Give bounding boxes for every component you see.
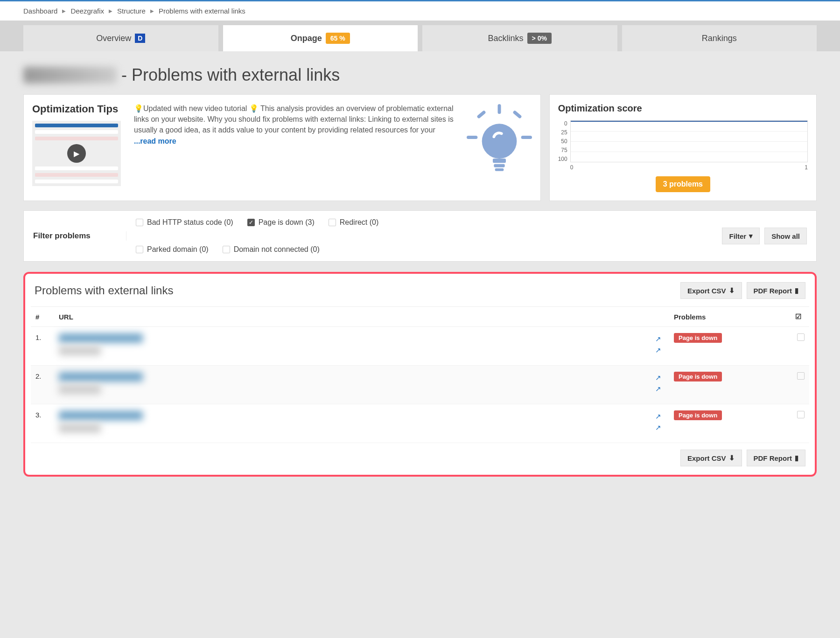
external-link-icon[interactable]: ↗ <box>655 412 661 420</box>
chevron-right-icon: ▶ <box>150 8 154 14</box>
row-number: 2. <box>31 366 54 404</box>
export-csv-button[interactable]: Export CSV ⬇ <box>680 282 742 299</box>
pdf-report-button[interactable]: PDF Report ▮ <box>747 282 806 299</box>
page-title: - Problems with external links <box>23 65 817 85</box>
show-all-button[interactable]: Show all <box>764 228 807 244</box>
table-row: 1.↗↗Page is down <box>31 327 809 366</box>
filter-option-parked[interactable]: Parked domain (0) <box>136 245 209 254</box>
row-checkbox[interactable] <box>791 366 809 404</box>
row-links[interactable]: ↗↗ <box>651 327 669 366</box>
filter-option-page-down[interactable]: ✓Page is down (3) <box>247 218 315 227</box>
breadcrumb-item[interactable]: Deezgrafix <box>70 7 104 15</box>
tips-heading: Optimization Tips <box>32 103 126 115</box>
d-badge-icon: D <box>135 34 145 43</box>
breadcrumb-item[interactable]: Structure <box>117 7 146 15</box>
row-url[interactable] <box>54 366 651 404</box>
filter-card: Filter problems Bad HTTP status code (0)… <box>23 210 817 262</box>
tabs: Overview D Onpage 65 % Backlinks > 0% Ra… <box>0 21 840 51</box>
lightbulb-large-icon <box>467 103 532 192</box>
video-thumbnail[interactable]: ▶ <box>32 121 121 186</box>
chart-line <box>571 121 807 122</box>
redacted-domain <box>23 67 117 83</box>
breadcrumb: Dashboard▶ Deezgrafix▶ Structure▶ Proble… <box>0 1 840 21</box>
export-csv-button[interactable]: Export CSV ⬇ <box>680 450 742 466</box>
table-row: 2.↗↗Page is down <box>31 366 809 404</box>
svg-rect-0 <box>497 104 501 114</box>
row-links[interactable]: ↗↗ <box>651 366 669 404</box>
percent-badge: 65 % <box>326 33 350 44</box>
filter-option-redirect[interactable]: Redirect (0) <box>329 218 379 227</box>
col-number[interactable]: # <box>31 307 54 327</box>
percent-badge: > 0% <box>527 33 552 44</box>
external-link-icon[interactable]: ↗ <box>655 346 661 354</box>
row-problem: Page is down <box>669 404 791 443</box>
score-heading: Optimization score <box>558 103 808 114</box>
file-icon: ▮ <box>795 286 798 295</box>
breadcrumb-item[interactable]: Dashboard <box>23 7 57 15</box>
tab-onpage[interactable]: Onpage 65 % <box>223 25 418 51</box>
download-icon: ⬇ <box>729 286 735 295</box>
svg-rect-6 <box>493 159 506 163</box>
problem-badge: Page is down <box>674 333 722 343</box>
tab-backlinks[interactable]: Backlinks > 0% <box>422 25 617 51</box>
chevron-right-icon: ▶ <box>62 8 66 14</box>
row-number: 3. <box>31 404 54 443</box>
checkbox-icon <box>136 246 143 253</box>
filter-option-bad-http[interactable]: Bad HTTP status code (0) <box>136 218 233 227</box>
read-more-link[interactable]: ...read more <box>134 137 176 145</box>
filter-icon: ▾ <box>749 232 753 240</box>
row-problem: Page is down <box>669 327 791 366</box>
filter-button[interactable]: Filter ▾ <box>722 228 760 244</box>
play-icon: ▶ <box>67 144 86 163</box>
external-link-icon[interactable]: ↗ <box>655 374 661 381</box>
row-problem: Page is down <box>669 366 791 404</box>
tab-label: Rankings <box>702 34 737 43</box>
score-chart: 0 25 50 75 100 <box>558 120 808 162</box>
lightbulb-icon: 💡 <box>134 103 143 114</box>
chevron-right-icon: ▶ <box>109 8 112 14</box>
filter-heading: Filter problems <box>33 231 126 241</box>
tab-label: Backlinks <box>488 34 524 43</box>
tips-text: 💡Updated with new video tutorial 💡 This … <box>134 103 458 192</box>
row-checkbox[interactable] <box>791 404 809 443</box>
svg-point-5 <box>482 124 517 159</box>
checkbox-icon <box>136 219 143 226</box>
row-number: 1. <box>31 327 54 366</box>
problems-table: # URL Problems ☑ 1.↗↗Page is down2.↗↗Pag… <box>31 306 809 443</box>
checkbox-icon: ✓ <box>247 219 255 226</box>
download-icon: ⬇ <box>729 454 735 462</box>
pdf-report-button[interactable]: PDF Report ▮ <box>747 450 806 466</box>
col-url[interactable]: URL <box>54 307 651 327</box>
external-link-icon[interactable]: ↗ <box>655 423 661 431</box>
svg-rect-2 <box>512 110 522 119</box>
svg-rect-7 <box>494 164 504 167</box>
filter-option-not-connected[interactable]: Domain not connected (0) <box>223 245 320 254</box>
file-icon: ▮ <box>795 454 798 462</box>
tab-rankings[interactable]: Rankings <box>622 25 817 51</box>
page-title-text: - Problems with external links <box>121 65 340 85</box>
results-highlight-box: Problems with external links Export CSV … <box>23 272 817 477</box>
svg-rect-4 <box>521 136 532 139</box>
table-heading: Problems with external links <box>35 284 173 297</box>
external-link-icon[interactable]: ↗ <box>655 385 661 393</box>
col-problems[interactable]: Problems <box>669 307 791 327</box>
external-link-icon[interactable]: ↗ <box>655 335 661 343</box>
tab-label: Overview <box>96 34 131 43</box>
tab-label: Onpage <box>291 34 322 43</box>
svg-rect-3 <box>467 136 477 139</box>
row-url[interactable] <box>54 327 651 366</box>
row-links[interactable]: ↗↗ <box>651 404 669 443</box>
col-select-all[interactable]: ☑ <box>791 307 809 327</box>
row-url[interactable] <box>54 404 651 443</box>
optimization-tips-card: Optimization Tips ▶ 💡Updated with new vi… <box>23 94 541 201</box>
svg-rect-1 <box>476 110 486 119</box>
tab-overview[interactable]: Overview D <box>23 25 218 51</box>
problem-badge: Page is down <box>674 372 722 381</box>
table-row: 3.↗↗Page is down <box>31 404 809 443</box>
problems-count-badge[interactable]: 3 problems <box>656 176 710 192</box>
checkbox-icon <box>223 246 230 253</box>
breadcrumb-item[interactable]: Problems with external links <box>159 7 245 15</box>
row-checkbox[interactable] <box>791 327 809 366</box>
svg-rect-8 <box>495 168 504 171</box>
optimization-score-card: Optimization score 0 25 50 75 100 0 <box>549 94 817 201</box>
